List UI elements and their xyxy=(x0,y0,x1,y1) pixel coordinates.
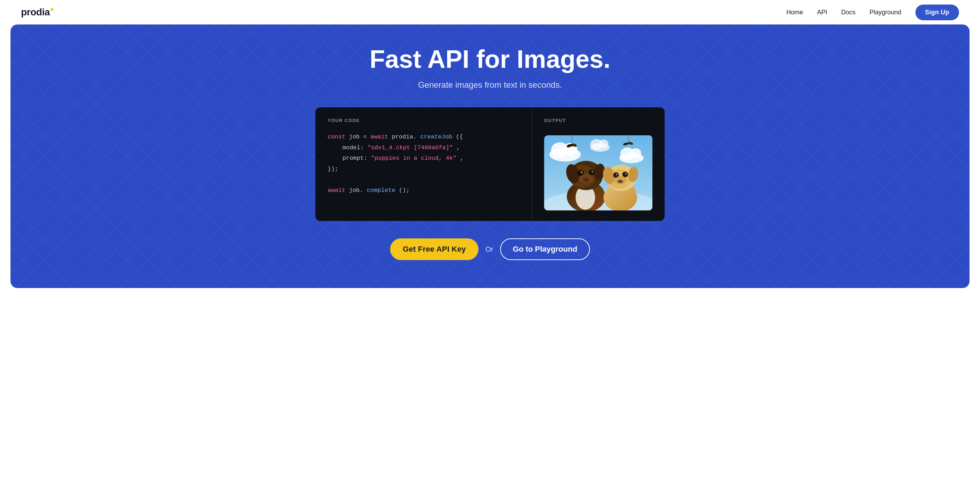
svg-point-18 xyxy=(627,143,629,145)
nav-api[interactable]: API xyxy=(817,9,827,16)
puppy-svg xyxy=(544,135,652,211)
code-keyword-const: const xyxy=(328,134,345,140)
nav-docs[interactable]: Docs xyxy=(842,9,856,16)
nav-home[interactable]: Home xyxy=(786,9,803,16)
hero-content: Fast API for Images. Generate images fro… xyxy=(24,45,956,260)
code-line-4: }); xyxy=(328,164,519,175)
go-to-playground-button[interactable]: Go to Playground xyxy=(500,238,590,260)
logo-dot xyxy=(51,8,53,11)
code-line-5: await job. complete (); xyxy=(328,185,519,196)
demo-panel: YOUR CODE const job = await prodia. crea… xyxy=(315,107,665,221)
svg-point-27 xyxy=(581,171,582,173)
svg-point-9 xyxy=(599,139,608,148)
svg-point-28 xyxy=(592,171,593,173)
get-api-key-button[interactable]: Get Free API Key xyxy=(390,238,479,260)
output-image-container xyxy=(544,135,652,211)
navbar: prodia Home API Docs Playground Sign Up xyxy=(0,0,980,24)
output-image xyxy=(544,135,652,211)
svg-point-6 xyxy=(630,148,641,158)
hero-subtitle: Generate images from text in seconds. xyxy=(418,80,562,90)
svg-point-26 xyxy=(589,169,594,175)
svg-point-30 xyxy=(579,174,593,183)
output-panel: OUTPUT xyxy=(532,107,665,221)
logo[interactable]: prodia xyxy=(21,6,53,18)
code-block: const job = await prodia. createJob ({ m… xyxy=(328,132,519,196)
cta-row: Get Free API Key Or Go to Playground xyxy=(390,238,590,260)
nav-links: Home API Docs Playground Sign Up xyxy=(786,5,959,20)
signup-button[interactable]: Sign Up xyxy=(915,5,959,20)
code-panel: YOUR CODE const job = await prodia. crea… xyxy=(315,107,532,221)
code-empty-line xyxy=(328,175,519,186)
hero-title: Fast API for Images. xyxy=(369,45,611,73)
code-line-1: const job = await prodia. createJob ({ xyxy=(328,132,519,143)
svg-point-39 xyxy=(616,174,618,175)
code-line-3: prompt: "puppies in a cloud, 4k" , xyxy=(328,153,519,164)
code-keyword-await2: await xyxy=(328,187,345,194)
logo-text: prodia xyxy=(21,6,50,18)
output-panel-label: OUTPUT xyxy=(544,118,652,123)
code-line-2: model: "sdv1_4.ckpt [7460a6fa]" , xyxy=(328,143,519,153)
nav-playground[interactable]: Playground xyxy=(870,9,901,16)
cta-or-text: Or xyxy=(485,246,493,254)
svg-point-40 xyxy=(625,173,627,175)
hero-section: Fast API for Images. Generate images fro… xyxy=(11,24,969,288)
svg-point-15 xyxy=(571,144,573,147)
code-keyword-await: await xyxy=(370,134,388,140)
svg-point-42 xyxy=(614,176,627,184)
code-panel-label: YOUR CODE xyxy=(328,118,519,123)
